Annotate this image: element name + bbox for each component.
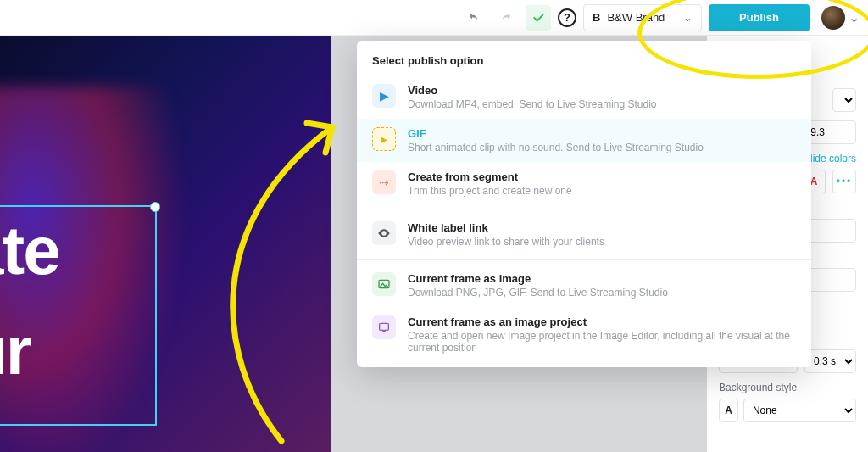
- select-generic[interactable]: [832, 88, 856, 112]
- option-desc: Download MP4, embed. Send to Live Stream…: [408, 98, 657, 110]
- segment-icon: ⇢: [372, 170, 396, 194]
- publish-option-video[interactable]: ▶ Video Download MP4, embed. Send to Liv…: [357, 75, 811, 119]
- chevron-down-icon: ⌄: [849, 9, 860, 25]
- image-icon: [372, 272, 396, 296]
- divider: [357, 209, 811, 209]
- bg-style-select[interactable]: None: [743, 399, 856, 422]
- brand-prefix: B: [593, 11, 600, 24]
- help-button[interactable]: ?: [558, 8, 576, 27]
- option-desc: Short animated clip with no sound. Send …: [408, 142, 704, 153]
- delay-value-select[interactable]: 0.3 s: [804, 349, 856, 373]
- check-icon: [531, 11, 545, 25]
- project-icon: [372, 315, 396, 339]
- publish-option-segment[interactable]: ⇢ Create from segment Trim this project …: [357, 162, 811, 205]
- redo-button[interactable]: [493, 5, 519, 31]
- canvas-text: ate ur: [0, 214, 59, 388]
- publish-popover: Select publish option ▶ Video Download M…: [357, 41, 811, 367]
- avatar: [821, 6, 845, 30]
- gif-play-icon: ▸: [372, 127, 396, 151]
- bg-style-chip: A: [719, 399, 738, 422]
- svg-rect-1: [380, 323, 389, 330]
- more-colors-button[interactable]: •••: [832, 170, 856, 193]
- publish-option-frame-image[interactable]: Current frame as image Download PNG, JPG…: [357, 264, 811, 307]
- canvas-preview[interactable]: ate ur: [0, 36, 331, 452]
- undo-button[interactable]: [461, 5, 487, 31]
- canvas-text-line1: ate: [0, 213, 59, 288]
- play-square-icon: ▶: [372, 84, 396, 108]
- account-menu[interactable]: ⌄: [816, 6, 860, 30]
- label-bg-style: Background style: [719, 382, 856, 393]
- option-desc: Download PNG, JPG, GIF. Send to Live Str…: [408, 287, 668, 299]
- option-title: White label link: [408, 221, 604, 234]
- option-title: Video: [408, 84, 657, 97]
- option-desc: Trim this project and create new one: [408, 185, 572, 197]
- option-title: Current frame as an image project: [408, 315, 796, 328]
- brand-selector[interactable]: B B&W Brand ⌄: [583, 4, 702, 31]
- option-title: GIF: [408, 127, 704, 140]
- publish-option-whitelabel[interactable]: White label link Video preview link to s…: [357, 213, 811, 256]
- eye-icon: [372, 221, 396, 245]
- option-title: Current frame as image: [408, 272, 668, 285]
- option-desc: Create and open new Image project in the…: [408, 330, 796, 354]
- saved-indicator[interactable]: [526, 5, 551, 31]
- option-title: Create from segment: [408, 170, 572, 183]
- publish-button[interactable]: Publish: [709, 4, 810, 31]
- brand-name: B&W Brand: [607, 11, 665, 24]
- chevron-down-icon: ⌄: [683, 11, 693, 24]
- option-desc: Video preview link to share with your cl…: [408, 236, 604, 248]
- popover-title: Select publish option: [357, 41, 811, 75]
- undo-icon: [467, 11, 481, 25]
- redo-icon: [499, 11, 513, 25]
- publish-option-gif[interactable]: ▸ GIF Short animated clip with no sound.…: [357, 119, 811, 162]
- canvas-text-line2: ur: [0, 314, 59, 388]
- publish-option-frame-project[interactable]: Current frame as an image project Create…: [357, 307, 811, 362]
- top-bar: ? B B&W Brand ⌄ Publish ⌄: [0, 0, 868, 36]
- divider: [357, 259, 811, 260]
